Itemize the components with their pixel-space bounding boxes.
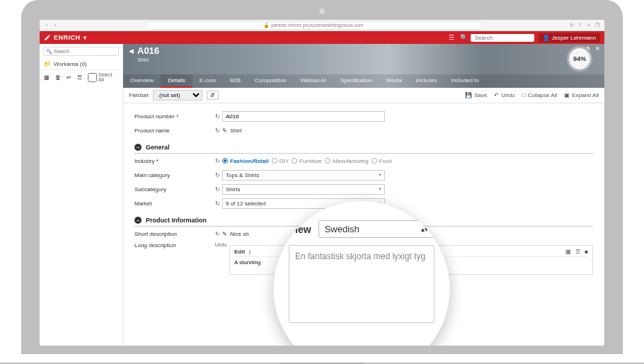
hero-actions: ✎ ✕ <box>586 45 600 52</box>
view-compact-icon[interactable]: ■ <box>585 249 588 255</box>
sort-button[interactable]: ⇵ <box>207 91 219 100</box>
history-icon[interactable]: ↻ <box>212 127 222 134</box>
translated-textarea[interactable]: En fantastisk skjorta med lyxigt tyg <box>289 245 435 323</box>
dropdown-subcategory[interactable]: Shirts ▾ <box>222 184 385 195</box>
fieldset-label: Fieldset <box>129 92 149 98</box>
tab-e-com[interactable]: E-com <box>192 74 223 88</box>
tab-composition[interactable]: Composition <box>248 74 293 88</box>
view-list-icon[interactable]: ☰ <box>575 249 580 255</box>
collapse-icon: − <box>134 144 142 151</box>
collapse-all-button[interactable]: □ Collapse All <box>522 92 558 98</box>
value-market: 8 of 12 selected <box>226 200 265 207</box>
language-value: Swedish <box>325 224 360 234</box>
list-view-icon[interactable]: ☰ <box>77 74 82 81</box>
trash-icon[interactable]: 🗑 <box>55 74 61 81</box>
browser-chrome: ‹ › 🔒 partner.inriver.productmarketingcl… <box>40 20 604 31</box>
header-search-input[interactable] <box>471 34 534 42</box>
browser-reload-icon[interactable]: ↻ <box>569 23 575 28</box>
value-main-category: Tops & Shirts <box>226 172 259 178</box>
search-icon[interactable]: 🔍 <box>460 34 468 41</box>
section-general[interactable]: − General <box>134 140 593 154</box>
tab-included-in[interactable]: Included In <box>444 74 486 88</box>
radio-furniture[interactable]: Furniture <box>292 158 322 164</box>
screen-area: ‹ › 🔒 partner.inriver.productmarketingcl… <box>40 20 604 346</box>
radio-dot-icon <box>292 158 297 164</box>
tab-specification[interactable]: Specification <box>333 74 379 88</box>
radio-manufacturing[interactable]: Manufacturing <box>325 158 369 164</box>
row-industry: Industry * ↻ Fashion/RetailDIYFurnitureM… <box>134 154 593 168</box>
label-short-description: Short description <box>134 231 212 237</box>
folder-icon: 📁 <box>44 61 51 67</box>
history-icon[interactable]: ↻ <box>212 158 222 164</box>
radio-dot-icon <box>222 158 228 164</box>
browser-share-icon[interactable]: ⇡ <box>577 23 583 28</box>
tab-media[interactable]: Media <box>379 74 409 88</box>
brand-text: ENRICH <box>54 34 81 41</box>
tab-includes[interactable]: Includes <box>409 74 444 88</box>
tab-overview[interactable]: Overview <box>123 74 161 88</box>
fieldset-toolbar: Fieldset (not set) ⇵ 💾 Save ↶ Undo □ Col… <box>123 88 604 103</box>
browser-plus-icon[interactable]: + <box>586 23 592 28</box>
product-title: A016 <box>137 45 159 56</box>
dropdown-main-category[interactable]: Tops & Shirts ▾ <box>222 170 385 181</box>
camera-dot <box>319 8 325 14</box>
edit-icon <box>44 34 51 41</box>
tab-edit[interactable]: Edit <box>234 249 245 255</box>
expand-all-button[interactable]: ▣ Expand All <box>564 92 599 98</box>
browser-forward-icon[interactable]: › <box>52 23 58 28</box>
radio-food[interactable]: Food <box>372 158 392 164</box>
history-icon[interactable]: ↻ <box>212 200 222 207</box>
chevron-down-icon: ▾ <box>84 35 87 41</box>
user-chip[interactable]: 👤 Jesper Lehrmann <box>539 33 600 42</box>
browser-tabs-icon[interactable]: ❐ <box>594 23 600 28</box>
tab-watson-ai[interactable]: Watson AI <box>294 74 333 88</box>
radio-diy[interactable]: DIY <box>272 158 289 164</box>
collapse-icon: − <box>134 217 142 224</box>
tab-divider: | <box>249 249 251 255</box>
browser-url[interactable]: 🔒 partner.inriver.productmarketingcloud.… <box>146 21 481 30</box>
fieldset-select[interactable]: (not set) <box>153 90 202 101</box>
product-tabs: OverviewDetailsE-comB2BCompositionWatson… <box>123 74 604 88</box>
select-all[interactable]: Select All <box>88 72 118 82</box>
browser-url-text: partner.inriver.productmarketingcloud.co… <box>271 23 363 28</box>
label-main-category: Main category <box>134 172 212 178</box>
view-grid-icon[interactable]: ▦ <box>565 249 571 255</box>
laptop-frame: ‹ › 🔒 partner.inriver.productmarketingcl… <box>21 0 623 354</box>
input-product-number[interactable] <box>222 111 385 122</box>
user-icon: 👤 <box>543 35 550 41</box>
label-industry: Industry * <box>134 158 212 164</box>
browser-back-icon[interactable]: ‹ <box>44 23 50 28</box>
menu-icon[interactable]: ☰ <box>449 34 454 41</box>
tab-details[interactable]: Details <box>161 74 192 88</box>
select-all-checkbox[interactable] <box>88 73 97 82</box>
value-subcategory: Shirts <box>226 186 240 193</box>
row-product-name: Product name ↻ ✎ Shirt <box>134 123 593 137</box>
tag-icon[interactable]: ✏ <box>67 74 71 81</box>
section-general-label: General <box>146 144 170 151</box>
sidebar-search-input[interactable] <box>43 47 119 56</box>
language-select[interactable]: Swedish ▴▾ <box>318 220 435 238</box>
completeness-badge: 94% <box>569 48 590 69</box>
history-icon[interactable]: ↻ <box>212 231 222 237</box>
grid-view-icon[interactable]: ▦ <box>44 74 50 81</box>
save-button[interactable]: 💾 Save <box>465 92 487 98</box>
undo-label[interactable]: Undo <box>212 242 229 247</box>
undo-button[interactable]: ↶ Undo <box>494 92 514 98</box>
sidebar-tools: ▦ 🗑 ✏ ☰ Select All <box>40 69 122 84</box>
edit-icon[interactable]: ✎ <box>222 127 227 134</box>
history-icon[interactable]: ↻ <box>212 186 222 193</box>
brand[interactable]: ENRICH ▾ <box>44 34 86 41</box>
label-long-description: Long description <box>134 242 212 249</box>
radio-dot-icon <box>372 158 377 164</box>
value-product-name: Shirt <box>230 127 241 134</box>
back-arrow-icon[interactable]: ◀ <box>129 47 134 55</box>
tab-b2b[interactable]: B2B <box>223 74 248 88</box>
history-icon[interactable]: ↻ <box>212 172 222 178</box>
chevron-down-icon: ▾ <box>379 186 381 192</box>
radio-fashion-retail[interactable]: Fashion/Retail <box>222 158 269 164</box>
radio-dot-icon <box>325 158 330 164</box>
history-icon[interactable]: ↻ <box>212 113 222 120</box>
sidebar-workarea[interactable]: 📁 Workarea (0) <box>40 59 122 69</box>
close-icon[interactable]: ✕ <box>595 45 600 52</box>
edit-icon[interactable]: ✎ <box>222 231 227 237</box>
